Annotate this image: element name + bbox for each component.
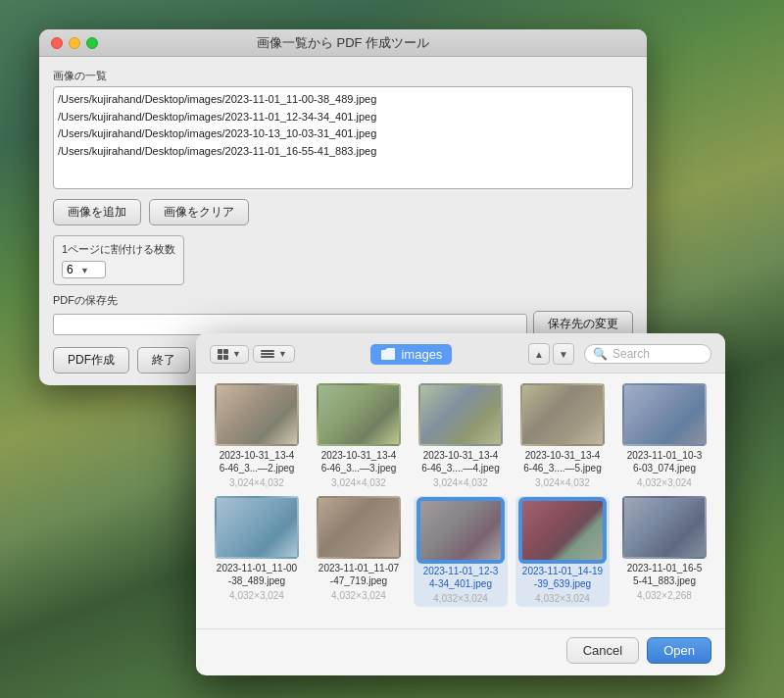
image-list-box[interactable]: /Users/kujirahand/Desktop/images/2023-11… xyxy=(53,86,633,189)
list-chevron-icon: ▼ xyxy=(278,349,287,359)
tool-window: 画像一覧から PDF 作成ツール 画像の一覧 /Users/kujirahand… xyxy=(39,29,647,385)
traffic-lights xyxy=(51,37,98,49)
thumbnail-grid: 2023-10-31_13-46-46_3...—2.jpeg 3,024×4,… xyxy=(210,383,711,607)
thumb-item-6[interactable]: 2023-11-01_11-00-38_489.jpeg 4,032×3,024 xyxy=(210,496,304,607)
picker-footer: Cancel Open xyxy=(196,628,725,675)
list-item: /Users/kujirahand/Desktop/images/2023-11… xyxy=(58,109,628,126)
open-button[interactable]: Open xyxy=(647,637,711,664)
grid-icon xyxy=(218,349,228,360)
grid-chevron-icon: ▼ xyxy=(232,349,241,359)
list-item: /Users/kujirahand/Desktop/images/2023-10… xyxy=(58,125,628,143)
thumb-item-1[interactable]: 2023-10-31_13-46-46_3...—2.jpeg 3,024×4,… xyxy=(210,383,304,488)
thumb-item-3[interactable]: 2023-10-31_13-46-46_3....—4.jpeg 3,024×4… xyxy=(414,383,508,488)
thumb-item-7[interactable]: 2023-11-01_11-07-47_719.jpeg 4,032×3,024 xyxy=(312,496,406,607)
thumb-size-5: 4,032×3,024 xyxy=(637,477,692,488)
quit-button[interactable]: 終了 xyxy=(137,347,190,374)
pages-label: 1ページに割付ける枚数 xyxy=(62,242,175,257)
thumb-name-9: 2023-11-01_14-19-39_639.jpeg xyxy=(522,565,603,590)
thumb-item-4[interactable]: 2023-10-31_13-46-46_3....—5.jpeg 3,024×4… xyxy=(515,383,610,488)
pdf-save-label: PDFの保存先 xyxy=(53,293,633,308)
thumb-image-9 xyxy=(520,499,605,562)
file-picker-window: ▼ ▼ images ▲ ▼ xyxy=(196,333,725,675)
thumb-size-7: 4,032×3,024 xyxy=(331,590,386,601)
picker-title-area: images xyxy=(305,344,518,365)
thumb-size-10: 4,032×2,268 xyxy=(637,590,692,601)
image-list-label: 画像の一覧 xyxy=(53,69,633,83)
folder-pill[interactable]: images xyxy=(370,344,452,365)
image-action-buttons: 画像を追加 画像をクリア xyxy=(53,199,633,225)
folder-name: images xyxy=(401,347,442,362)
thumb-size-2: 3,024×4,032 xyxy=(331,477,386,488)
create-pdf-button[interactable]: PDF作成 xyxy=(53,347,129,374)
thumb-name-6: 2023-11-01_11-00-38_489.jpeg xyxy=(217,562,297,587)
thumb-size-4: 3,024×4,032 xyxy=(535,477,590,488)
pdf-save-path-input[interactable] xyxy=(53,314,527,335)
thumb-name-4: 2023-10-31_13-46-46_3....—5.jpeg xyxy=(523,449,602,474)
nav-up-button[interactable]: ▲ xyxy=(528,343,550,365)
folder-icon xyxy=(380,348,396,361)
thumb-size-3: 3,024×4,032 xyxy=(433,477,488,488)
thumb-size-6: 4,032×3,024 xyxy=(229,590,284,601)
clear-image-button[interactable]: 画像をクリア xyxy=(149,199,249,225)
thumb-image-2 xyxy=(317,383,401,446)
search-box[interactable]: 🔍 Search xyxy=(584,344,711,364)
list-icon xyxy=(261,350,274,358)
picker-body: 2023-10-31_13-46-46_3...—2.jpeg 3,024×4,… xyxy=(196,374,725,628)
thumb-name-8: 2023-11-01_12-34-34_401.jpeg xyxy=(423,565,499,590)
thumb-image-8 xyxy=(418,499,503,562)
list-view-button[interactable]: ▼ xyxy=(253,345,295,363)
thumb-size-1: 3,024×4,032 xyxy=(229,477,284,488)
thumb-image-6 xyxy=(215,496,299,559)
thumb-item-10[interactable]: 2023-11-01_16-55-41_883.jpeg 4,032×2,268 xyxy=(617,496,711,607)
maximize-button[interactable] xyxy=(86,37,98,49)
thumb-item-2[interactable]: 2023-10-31_13-46-46_3...—3.jpeg 3,024×4,… xyxy=(312,383,406,488)
thumb-image-5 xyxy=(622,383,707,446)
thumb-image-7 xyxy=(317,496,401,559)
image-list-wrapper: 画像の一覧 /Users/kujirahand/Desktop/images/2… xyxy=(53,69,633,189)
save-section: PDFの保存先 保存先の変更 xyxy=(53,293,633,337)
picker-header: ▼ ▼ images ▲ ▼ xyxy=(196,333,725,374)
thumb-image-10 xyxy=(622,496,707,559)
search-icon: 🔍 xyxy=(593,347,608,361)
thumb-name-1: 2023-10-31_13-46-46_3...—2.jpeg xyxy=(220,449,295,474)
thumb-image-1 xyxy=(215,383,299,446)
title-bar: 画像一覧から PDF 作成ツール xyxy=(39,29,647,57)
add-image-button[interactable]: 画像を追加 xyxy=(53,199,141,225)
thumb-item-8[interactable]: 2023-11-01_12-34-34_401.jpeg 4,032×3,024 xyxy=(414,496,508,607)
thumb-name-3: 2023-10-31_13-46-46_3....—4.jpeg xyxy=(421,449,500,474)
view-buttons: ▼ ▼ xyxy=(210,345,295,364)
grid-view-button[interactable]: ▼ xyxy=(210,345,249,364)
search-placeholder: Search xyxy=(612,347,650,361)
thumb-image-4 xyxy=(520,383,605,446)
thumb-name-2: 2023-10-31_13-46-46_3...—3.jpeg xyxy=(321,449,397,474)
thumb-item-9[interactable]: 2023-11-01_14-19-39_639.jpeg 4,032×3,024 xyxy=(515,496,610,607)
window-title: 画像一覧から PDF 作成ツール xyxy=(257,34,429,52)
nav-down-button[interactable]: ▼ xyxy=(553,343,574,365)
thumb-item-5[interactable]: 2023-11-01_10-36-03_074.jpeg 4,032×3,024 xyxy=(617,383,711,488)
cancel-button[interactable]: Cancel xyxy=(566,637,639,664)
thumb-name-7: 2023-11-01_11-07-47_719.jpeg xyxy=(318,562,399,587)
pages-select[interactable]: 6 ▼ xyxy=(62,261,106,278)
list-item: /Users/kujirahand/Desktop/images/2023-11… xyxy=(58,91,628,109)
thumb-image-3 xyxy=(418,383,503,446)
list-item: /Users/kujirahand/Desktop/images/2023-11… xyxy=(58,143,628,161)
picker-navigation: ▲ ▼ xyxy=(528,343,574,365)
close-button[interactable] xyxy=(51,37,63,49)
thumb-name-5: 2023-11-01_10-36-03_074.jpeg xyxy=(627,449,703,474)
thumb-size-9: 4,032×3,024 xyxy=(535,593,590,604)
thumb-size-8: 4,032×3,024 xyxy=(433,593,488,604)
pages-per-page-group: 1ページに割付ける枚数 6 ▼ xyxy=(53,235,184,285)
minimize-button[interactable] xyxy=(69,37,80,49)
thumb-name-10: 2023-11-01_16-55-41_883.jpeg xyxy=(627,562,703,587)
